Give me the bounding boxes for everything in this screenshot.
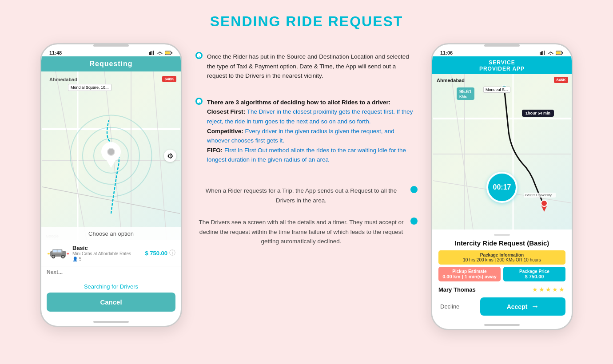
right-phone-map: Ahmedabad 846K 95.61 KMs Mondeal S... 1h… bbox=[432, 74, 572, 229]
accept-button[interactable]: Accept → bbox=[480, 297, 565, 316]
left-map-choose-option: Choose an option bbox=[41, 227, 181, 240]
ride-title: Intercity Ride Request (Basic) bbox=[438, 239, 565, 247]
svg-rect-32 bbox=[542, 51, 543, 55]
svg-rect-37 bbox=[562, 52, 563, 54]
svg-point-4 bbox=[159, 54, 160, 55]
left-map-pin bbox=[101, 142, 121, 170]
left-phone-car-option: Basic Mini Cabs at Affordable Rates 👤 5 … bbox=[41, 240, 181, 266]
svg-rect-26 bbox=[53, 250, 57, 253]
accept-arrow-icon: → bbox=[531, 302, 539, 311]
ride-detail-card: Intercity Ride Request (Basic) Package I… bbox=[432, 229, 572, 321]
center-text-row-2: The Drivers see a screen with all the de… bbox=[195, 218, 418, 246]
cancel-button[interactable]: Cancel bbox=[47, 293, 175, 312]
svg-point-25 bbox=[62, 256, 64, 258]
next-option-label: Next... bbox=[41, 266, 181, 276]
svg-rect-1 bbox=[150, 51, 151, 55]
svg-rect-0 bbox=[149, 52, 150, 55]
svg-rect-27 bbox=[57, 250, 61, 253]
right-map-time-badge: 1hour 54 min bbox=[522, 110, 554, 117]
page-title: SENDING RIDE REQUEST bbox=[210, 13, 403, 30]
left-phone-map: Google Ahmedabad 648K Mondial Square, 10… bbox=[41, 71, 181, 240]
bullet-item-1: ✓ Once the Rider has put in the Source a… bbox=[195, 52, 418, 81]
bullet-item-2: ✓ There are 3 algorithms of deciding how… bbox=[195, 98, 418, 165]
left-phone-bottom-bar bbox=[41, 318, 181, 326]
right-phone-status-bar: 11:06 bbox=[432, 47, 572, 56]
left-map-badge: 648K bbox=[162, 76, 176, 82]
svg-marker-18 bbox=[105, 158, 117, 168]
right-map-mondeal: Mondeal S... bbox=[483, 87, 510, 93]
ride-pickup-col: Pickup Estimate 0.00 km | 1 min(s) away bbox=[438, 267, 501, 281]
middle-content: ✓ Once the Rider has put in the Source a… bbox=[182, 43, 431, 255]
left-phone: 11:48 Requesting bbox=[40, 43, 182, 327]
price-label: Package Price bbox=[507, 269, 562, 274]
searching-text: Searching for Drivers bbox=[41, 276, 181, 293]
left-phone-status-bar: 11:48 bbox=[41, 47, 181, 56]
svg-point-34 bbox=[550, 54, 551, 55]
pkg-label: Package Information bbox=[442, 253, 562, 257]
center-text-row-1: When a Rider requests for a Trip, the Ap… bbox=[195, 186, 418, 205]
bottom-home-indicator bbox=[93, 321, 129, 323]
connector-dot-right-2 bbox=[410, 218, 418, 225]
right-map-timer: 00:17 bbox=[486, 172, 517, 203]
svg-rect-7 bbox=[171, 52, 172, 54]
svg-rect-30 bbox=[540, 52, 541, 55]
price-value: $ 750.00 bbox=[507, 274, 562, 279]
pkg-value: 10 hrs 200 kms | 200 KMs OR 10 hours bbox=[442, 257, 562, 262]
connector-dot-right-1 bbox=[410, 186, 418, 193]
svg-rect-28 bbox=[48, 253, 50, 255]
car-info: Basic Mini Cabs at Affordable Rates 👤 5 bbox=[70, 245, 145, 261]
right-bottom-home-indicator bbox=[484, 324, 520, 326]
svg-marker-45 bbox=[541, 205, 547, 212]
right-phone-time: 11:06 bbox=[440, 50, 453, 55]
decline-button[interactable]: Decline bbox=[438, 300, 477, 313]
pickup-value: 0.00 km | 1 min(s) away bbox=[442, 274, 497, 279]
spacer-1 bbox=[195, 89, 418, 98]
right-phone: 11:06 SERVICE PROVIDER APP bbox=[431, 43, 573, 330]
ride-price-col: Package Price $ 750.00 bbox=[503, 267, 565, 281]
car-name: Basic bbox=[72, 245, 145, 251]
svg-rect-36 bbox=[556, 51, 561, 54]
right-phone-notch bbox=[484, 44, 520, 47]
left-map-city: Ahmedabad bbox=[49, 77, 77, 82]
center-text-2: The Drivers see a screen with all the de… bbox=[195, 218, 407, 246]
bullet-text-1: Once the Rider has put in the Source and… bbox=[207, 52, 418, 81]
svg-rect-33 bbox=[544, 51, 545, 55]
user-name: Mary Thomas bbox=[438, 286, 476, 293]
ride-user-row: Mary Thomas ★★★★★ bbox=[438, 284, 565, 295]
right-phone-status-icons bbox=[540, 51, 564, 55]
ride-two-col: Pickup Estimate 0.00 km | 1 min(s) away … bbox=[438, 267, 565, 281]
svg-rect-29 bbox=[67, 253, 69, 255]
right-phone-header: SERVICE PROVIDER APP bbox=[432, 56, 572, 74]
svg-point-46 bbox=[541, 200, 547, 206]
car-price: $ 750.00 bbox=[145, 250, 167, 257]
svg-rect-2 bbox=[151, 51, 152, 55]
ride-action-row: Decline Accept → bbox=[438, 295, 565, 317]
right-map-city: Ahmedabad bbox=[437, 78, 465, 83]
svg-rect-31 bbox=[541, 51, 542, 55]
user-stars: ★★★★★ bbox=[532, 286, 565, 293]
left-map-settings-icon[interactable]: ⚙ bbox=[164, 150, 176, 162]
right-map-gsfc: GSFC University... bbox=[524, 193, 556, 198]
right-map-distance: 95.61 KMs bbox=[457, 87, 474, 100]
left-phone-notch bbox=[93, 44, 129, 47]
right-phone-app-title: SERVICE PROVIDER APP bbox=[432, 59, 572, 72]
svg-rect-6 bbox=[165, 51, 170, 54]
left-map-location-label: Mondial Square, 10... bbox=[68, 84, 111, 91]
svg-rect-3 bbox=[153, 51, 154, 55]
car-info-icon[interactable]: ⓘ bbox=[169, 249, 175, 257]
car-icon bbox=[47, 245, 70, 261]
car-desc: Mini Cabs at Affordable Rates bbox=[72, 251, 145, 256]
pickup-label: Pickup Estimate bbox=[442, 269, 497, 274]
right-phone-bottom-bar bbox=[432, 321, 572, 329]
ride-pkg-row: Package Information 10 hrs 200 kms | 200… bbox=[438, 250, 565, 265]
left-phone-status-icons bbox=[149, 51, 173, 55]
main-content: 11:48 Requesting bbox=[9, 43, 604, 330]
ride-card-handle bbox=[494, 234, 510, 236]
left-phone-header: Requesting bbox=[41, 56, 181, 71]
bullet-dot-1: ✓ bbox=[195, 52, 203, 59]
bullet-dot-2: ✓ bbox=[195, 98, 203, 105]
left-phone-time: 11:48 bbox=[49, 50, 62, 55]
svg-point-19 bbox=[107, 148, 115, 155]
svg-point-23 bbox=[52, 256, 55, 258]
right-map-badge: 846K bbox=[554, 77, 568, 83]
